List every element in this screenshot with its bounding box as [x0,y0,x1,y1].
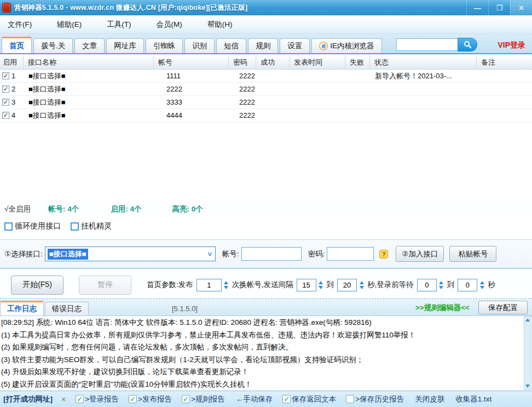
scroll-down-icon[interactable] [525,385,530,388]
table-row[interactable]: ✓ 1 ■接口选择■ 1111 2222 新导入帐号！2021-03-... [0,70,532,83]
publish-count-input[interactable] [196,279,222,291]
table-row[interactable]: ✓ 3 ■接口选择■ 3333 2222 [0,96,532,109]
tab-dial[interactable]: 拨号.关 [33,38,73,53]
publish-count-stepper[interactable] [223,279,230,291]
start-button[interactable]: 开始(F5) [11,276,63,295]
col-note[interactable]: 备注 [476,55,532,69]
save-return-checkbox[interactable]: ✓ [282,395,291,403]
table-row[interactable]: ✓ 2 ■接口选择■ 2222 2222 [0,83,532,96]
menu-assist[interactable]: 辅助(E) [57,20,82,30]
interface-dropdown[interactable]: ■接口选择■ ˅ [45,247,216,261]
menu-help[interactable]: 帮助(H) [207,20,233,30]
col-password[interactable]: 密码 [228,55,256,69]
interval-to-stepper[interactable] [358,279,365,291]
publish-report-checkbox[interactable]: ✓ [129,395,137,403]
cell-status [369,109,476,122]
row-number: 2 [11,85,15,93]
dropdown-selected-value: ■接口选择■ [48,249,88,260]
paste-account-button[interactable]: 粘贴帐号 [449,246,496,262]
wait-from-stepper[interactable] [438,279,445,291]
tab-settings[interactable]: 设置 [280,38,310,53]
tab-work-log[interactable]: 工作日志 [0,301,44,316]
col-account[interactable]: 帐号 [153,55,228,69]
tab-ie-browser[interactable]: e IE内核浏览器 [311,38,381,53]
save-return-option[interactable]: ✓ 保存返回文本 [282,394,336,404]
rule-report-checkbox[interactable]: ✓ [182,395,190,403]
open-success-url-label[interactable]: [打开成功网址] [3,394,53,404]
spinner-up-icon [319,281,323,284]
cell-interface-name: ■接口选择■ [23,83,153,95]
pause-button[interactable]: 暂停 [79,276,131,295]
close-button[interactable]: ✕ [510,0,532,15]
row-checkbox[interactable]: ✓ [2,72,9,79]
interval-to-input[interactable] [337,279,357,291]
tab-sms[interactable]: 短信 [216,38,246,53]
interval-from-stepper[interactable] [317,279,325,291]
save-history-checkbox[interactable] [346,395,354,403]
tab-url-library[interactable]: 网址库 [106,38,144,53]
collector-file-label[interactable]: 收集器1.txt [455,394,491,404]
title-bar: 营销神器5.1.5.0 - www.wzdr.cn 微赚达人.CN [用户:qi… [0,0,532,15]
tab-home[interactable]: 首页 [2,37,32,53]
interval-from-input[interactable] [297,279,316,291]
tab-article[interactable]: 文章 [74,38,105,53]
row-number: 3 [11,98,15,106]
hangup-elf-checkbox[interactable] [71,222,79,231]
cell-note [476,96,532,108]
table-header: 启用 接口名称 帐号 密码 成功 发表时间 失败 状态 备注 [0,55,532,70]
close-icon[interactable]: × [61,395,66,404]
row-checkbox[interactable]: ✓ [2,112,9,119]
password-input[interactable] [327,247,374,261]
menu-tools[interactable]: 工具(T) [107,20,131,30]
add-interface-button[interactable]: ②加入接口 [396,246,444,262]
toggle-all-enable[interactable]: √全启用 [4,204,31,214]
tab-recognize[interactable]: 识别 [184,38,215,53]
vip-login-link[interactable]: VIP登录 [498,41,525,50]
loop-interface-checkbox[interactable] [4,222,13,231]
log-line: (1) 本工具为提高日常办公效率，所有规则仅供学习参考，禁止使用本工具发布低俗、… [1,329,522,342]
login-wait-label: 秒,登录前等待 [367,280,414,290]
tab-error-log[interactable]: 错误日志 [45,302,89,316]
col-status[interactable]: 状态 [369,55,476,69]
cell-enable: ✓ 4 [0,109,23,122]
work-log-content[interactable]: [08:29:52] 系统: Win10 64位 语言: 简体中文 软件版本: … [0,316,532,391]
manual-save-label[interactable]: ←手动保存 [236,394,273,404]
close-skin-label[interactable]: 关闭皮肤 [415,394,444,404]
menu-member[interactable]: 会员(M) [157,20,182,30]
tab-spider[interactable]: 引蜘蛛 [146,38,183,53]
row-checkbox[interactable]: ✓ [2,99,9,106]
save-history-option[interactable]: >保存历史报告 [346,394,404,404]
publish-report-option[interactable]: ✓ >发布报告 [129,394,172,404]
col-enable[interactable]: 启用 [0,55,23,69]
login-report-option[interactable]: ✓ >登录报告 [76,394,119,404]
select-interface-label: ①选择接口: [4,249,43,259]
cell-enable: ✓ 1 [0,70,23,82]
row-checkbox[interactable]: ✓ [2,85,9,93]
search-input[interactable] [396,38,458,51]
save-config-button[interactable]: 保存配置 [478,301,528,314]
tab-rules[interactable]: 规则 [248,38,278,53]
col-fail[interactable]: 失败 [345,55,369,69]
wait-from-input[interactable] [417,279,437,291]
help-icon[interactable]: ? [379,250,388,259]
highlight-count: 高亮: 0个 [172,204,203,214]
rule-editor-link[interactable]: >>规则编辑器<< [415,303,470,313]
enabled-count: 启用: 4个 [111,204,141,214]
col-interface-name[interactable]: 接口名称 [23,55,153,69]
menu-file[interactable]: 文件(F) [8,20,32,30]
rule-report-option[interactable]: ✓ >规则报告 [182,394,225,404]
maximize-button[interactable]: ❐ [488,0,510,15]
table-row[interactable]: ✓ 4 ■接口选择■ 4444 2222 [0,109,532,122]
wait-to-input[interactable] [458,279,477,291]
col-success[interactable]: 成功 [256,55,289,69]
cell-status [369,83,476,95]
minimize-button[interactable]: — [466,0,488,15]
account-input[interactable] [241,247,302,261]
scroll-up-icon[interactable] [525,318,530,322]
cell-interface-name: ■接口选择■ [23,96,153,108]
log-scrollbar[interactable] [524,316,531,390]
login-report-checkbox[interactable]: ✓ [76,395,84,403]
col-publish-time[interactable]: 发表时间 [289,55,345,69]
wait-to-stepper[interactable] [478,279,485,291]
search-button[interactable] [458,38,477,51]
